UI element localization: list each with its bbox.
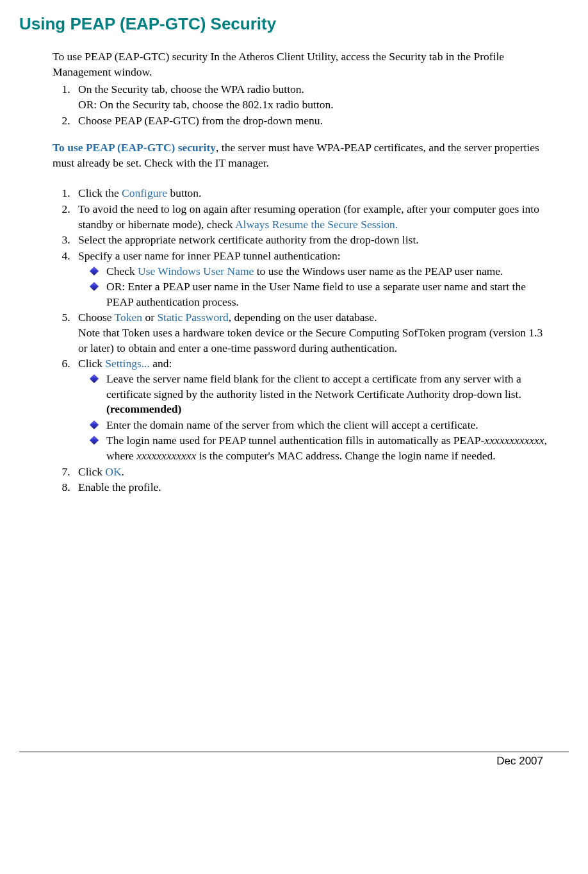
list-item: Select the appropriate network certifica… — [73, 233, 553, 248]
step-text: and: — [150, 357, 172, 370]
step-note: Note that Token uses a hardware token de… — [78, 326, 543, 354]
bullet-item: Check Use Windows User Name to use the W… — [94, 264, 553, 279]
step-text: Specify a user name for inner PEAP tunne… — [78, 249, 341, 262]
bullet-item: The login name used for PEAP tunnel auth… — [94, 433, 553, 463]
use-windows-user-name-link: Use Windows User Name — [138, 265, 254, 277]
bullet-text: Enter the domain name of the server from… — [106, 418, 478, 431]
step-text: Select the appropriate network certifica… — [78, 233, 419, 246]
bullet-text: Leave the server name field blank for th… — [106, 372, 521, 400]
step-text: . — [122, 465, 124, 478]
step-text: Click — [78, 357, 105, 370]
static-password-link: Static Password — [157, 311, 228, 324]
second-steps-list: Click the Configure button. To avoid the… — [53, 186, 553, 495]
step-text: Choose PEAP (EAP-GTC) from the drop-down… — [78, 114, 323, 127]
bullet-item: Leave the server name field blank for th… — [94, 372, 553, 417]
mid-paragraph: To use PEAP (EAP-GTC) security, the serv… — [53, 140, 553, 170]
step-text: or — [142, 311, 157, 324]
list-item: To avoid the need to log on again after … — [73, 202, 553, 232]
mac-placeholder: xxxxxxxxxxxx — [136, 449, 196, 462]
always-resume-link: Always Resume the Secure Session. — [235, 218, 398, 231]
configure-link: Configure — [122, 186, 167, 199]
sub-bullets: Check Use Windows User Name to use the W… — [78, 264, 553, 310]
step-text: button. — [167, 186, 201, 199]
step-text: , depending on the user database. — [229, 311, 377, 324]
step-text: On the Security tab, choose the WPA radi… — [78, 83, 304, 95]
list-item: Click Settings... and: Leave the server … — [73, 356, 553, 463]
first-steps-list: On the Security tab, choose the WPA radi… — [53, 82, 553, 128]
footer-date: Dec 2007 — [496, 755, 543, 767]
page-footer: Dec 2007 — [19, 752, 569, 769]
bullet-text: to use the Windows user name as the PEAP… — [254, 265, 503, 277]
bold-lead: To use PEAP (EAP-GTC) security — [53, 141, 216, 154]
list-item: On the Security tab, choose the WPA radi… — [73, 82, 553, 112]
list-item: Choose Token or Static Password, dependi… — [73, 310, 553, 356]
bullet-item: Enter the domain name of the server from… — [94, 418, 553, 433]
recommended-bold: (recommended) — [106, 402, 181, 415]
bullet-text: The login name used for PEAP tunnel auth… — [106, 434, 484, 447]
settings-link: Settings... — [105, 357, 150, 370]
token-link: Token — [115, 311, 143, 324]
step-text: Click the — [78, 186, 122, 199]
list-item: Click OK. — [73, 465, 553, 480]
ok-link: OK — [105, 465, 121, 478]
bullet-text: OR: Enter a PEAP user name in the User N… — [106, 280, 526, 308]
main-content: To use PEAP (EAP-GTC) security In the At… — [53, 49, 553, 495]
step-text: Choose — [78, 311, 115, 324]
page-title: Using PEAP (EAP-GTC) Security — [19, 13, 569, 35]
step-text: OR: On the Security tab, choose the 802.… — [78, 98, 334, 111]
list-item: Click the Configure button. — [73, 186, 553, 201]
step-text: Click — [78, 465, 105, 478]
list-item: Choose PEAP (EAP-GTC) from the drop-down… — [73, 113, 553, 129]
bullet-item: OR: Enter a PEAP user name in the User N… — [94, 279, 553, 309]
sub-bullets: Leave the server name field blank for th… — [78, 372, 553, 464]
bullet-text: Check — [106, 265, 138, 277]
mac-placeholder: xxxxxxxxxxxx — [484, 434, 544, 447]
bullet-text: is the computer's MAC address. Change th… — [196, 449, 495, 462]
list-item: Specify a user name for inner PEAP tunne… — [73, 249, 553, 310]
step-text: Enable the profile. — [78, 481, 161, 493]
list-item: Enable the profile. — [73, 480, 553, 495]
intro-paragraph: To use PEAP (EAP-GTC) security In the At… — [53, 49, 553, 79]
